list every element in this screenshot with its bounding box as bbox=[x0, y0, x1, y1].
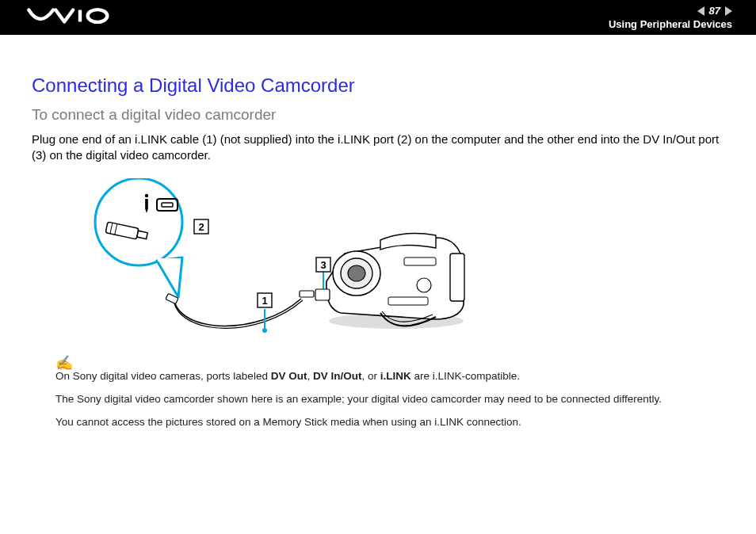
page-subtitle: To connect a digital video camcorder bbox=[32, 106, 724, 124]
note-icon: ✍ bbox=[55, 354, 724, 372]
header-bar: 87 Using Peripheral Devices bbox=[0, 0, 756, 35]
svg-point-3 bbox=[145, 193, 148, 196]
svg-rect-13 bbox=[300, 291, 314, 297]
callout-3: 3 bbox=[320, 259, 326, 271]
connection-diagram: 2 1 3 bbox=[63, 178, 724, 348]
note-1: On Sony digital video cameras, ports lab… bbox=[55, 370, 724, 382]
section-label: Using Peripheral Devices bbox=[609, 18, 732, 30]
page-number: 87 bbox=[709, 5, 720, 17]
svg-point-15 bbox=[262, 328, 267, 333]
page-nav: 87 bbox=[697, 5, 732, 17]
svg-point-23 bbox=[348, 265, 365, 281]
camcorder-icon bbox=[315, 233, 464, 328]
note-3: You cannot access the pictures stored on… bbox=[55, 416, 724, 428]
svg-rect-0 bbox=[78, 10, 82, 22]
svg-point-2 bbox=[95, 178, 182, 265]
page-content: Connecting a Digital Video Camcorder To … bbox=[0, 35, 756, 471]
vaio-logo bbox=[24, 7, 119, 28]
svg-rect-8 bbox=[137, 231, 147, 238]
prev-page-icon[interactable] bbox=[697, 6, 704, 16]
svg-rect-28 bbox=[315, 289, 330, 300]
svg-rect-4 bbox=[145, 199, 148, 208]
callout-1: 1 bbox=[262, 295, 267, 307]
intro-paragraph: Plug one end of an i.LINK cable (1) (not… bbox=[32, 132, 724, 164]
callout-2: 2 bbox=[198, 221, 204, 233]
note-2: The Sony digital video camcorder shown h… bbox=[55, 393, 724, 405]
svg-point-1 bbox=[88, 10, 108, 22]
next-page-icon[interactable] bbox=[725, 6, 732, 16]
svg-rect-24 bbox=[450, 254, 464, 301]
page-title: Connecting a Digital Video Camcorder bbox=[32, 74, 724, 97]
